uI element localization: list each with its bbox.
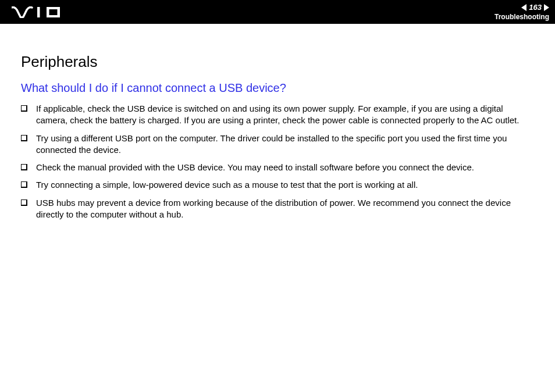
page-title: Peripherals [21, 53, 534, 71]
list-item: If applicable, check the USB device is s… [21, 103, 534, 127]
list-item: USB hubs may prevent a device from worki… [21, 197, 534, 221]
bullet-icon [21, 135, 27, 141]
bullet-text: Check the manual provided with the USB d… [36, 162, 534, 173]
list-item: Try using a different USB port on the co… [21, 133, 534, 156]
bullet-icon [21, 199, 27, 205]
vaio-logo [12, 6, 69, 18]
header-right: 163 Troubleshooting [494, 3, 549, 21]
bullet-text: Try connecting a simple, low-powered dev… [36, 179, 534, 191]
list-item: Try connecting a simple, low-powered dev… [21, 179, 534, 191]
svg-rect-0 [37, 7, 40, 17]
bullet-text: USB hubs may prevent a device from worki… [36, 197, 534, 221]
bullet-text: If applicable, check the USB device is s… [36, 103, 534, 127]
page-subtitle: What should I do if I cannot connect a U… [21, 81, 534, 95]
list-item: Check the manual provided with the USB d… [21, 162, 534, 173]
bullet-text: Try using a different USB port on the co… [36, 133, 534, 156]
section-name: Troubleshooting [494, 13, 549, 21]
bullet-list: If applicable, check the USB device is s… [21, 103, 534, 220]
page-number: 163 [529, 3, 542, 12]
bullet-icon [21, 105, 27, 111]
content-area: Peripherals What should I do if I cannot… [0, 24, 555, 220]
bullet-icon [21, 181, 27, 187]
prev-page-arrow-icon[interactable] [521, 4, 526, 11]
page-nav: 163 [521, 3, 549, 12]
header-bar: 163 Troubleshooting [0, 0, 555, 24]
next-page-arrow-icon[interactable] [544, 4, 549, 11]
bullet-icon [21, 164, 27, 170]
